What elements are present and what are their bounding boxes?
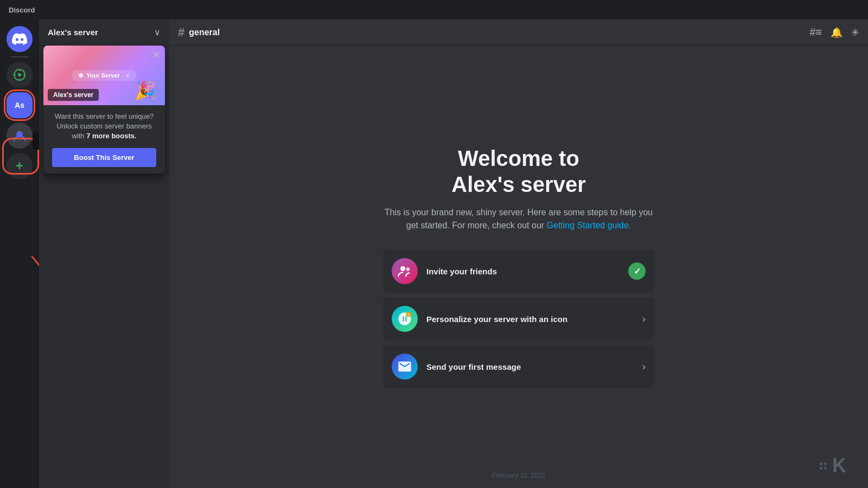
action-cards: Invite your friends ✓ ! Personalize your… xyxy=(383,249,654,388)
title-bar: Discord xyxy=(0,0,868,20)
add-server-button[interactable]: + xyxy=(7,153,33,179)
banner-server-text: Your Server xyxy=(86,72,120,79)
timestamp: February 10, 2022 xyxy=(492,472,545,479)
banner-emoji: 🎉 xyxy=(135,80,156,101)
svg-point-9 xyxy=(406,267,410,271)
svg-text:!: ! xyxy=(408,313,409,317)
svg-point-2 xyxy=(18,73,21,76)
server-name: Alex's server xyxy=(48,28,98,37)
threads-icon[interactable]: #≡ xyxy=(809,26,822,38)
watermark: K xyxy=(820,454,846,477)
send-message-icon xyxy=(392,354,418,380)
channel-header-name: general xyxy=(189,28,220,37)
banner-server-label: Alex's server xyxy=(48,89,99,101)
channel-header-right: #≡ 🔔 ✳ xyxy=(809,26,859,38)
boost-server-button[interactable]: Boost This Server xyxy=(52,148,156,167)
channel-header-left: # general xyxy=(178,25,220,40)
popup-banner-label: Your Server ✕ xyxy=(72,70,136,81)
svg-point-8 xyxy=(400,266,405,271)
watermark-letter: K xyxy=(832,454,846,477)
server-tooltip: Alex's server xyxy=(33,132,39,150)
personalize-icon: ! xyxy=(392,306,418,332)
invite-friends-icon xyxy=(392,258,418,284)
invite-completed-icon: ✓ xyxy=(628,262,646,280)
notification-bell-icon[interactable]: 🔔 xyxy=(831,27,843,38)
guild-sidebar: As Alex's server + xyxy=(0,20,39,488)
banner-x: ✕ xyxy=(125,73,130,79)
dark-server-icon[interactable] xyxy=(7,123,33,149)
explore-icon[interactable] xyxy=(7,62,33,88)
chevron-down-icon: ∨ xyxy=(154,27,161,37)
channel-header-hash-icon: # xyxy=(178,25,184,40)
send-message-card[interactable]: Send your first message › xyxy=(383,345,654,388)
members-icon[interactable]: ✳ xyxy=(851,27,859,38)
popup-banner: Your Server ✕ 🎉 Alex's server xyxy=(43,46,165,105)
send-message-chevron-icon: › xyxy=(642,361,646,373)
svg-line-0 xyxy=(32,256,40,337)
send-message-text: Send your first message xyxy=(426,362,634,371)
getting-started-link[interactable]: Getting Started guide. xyxy=(547,221,631,230)
personalize-card[interactable]: ! Personalize your server with an icon › xyxy=(383,297,654,341)
personalize-text: Personalize your server with an icon xyxy=(426,314,634,324)
popup-boost-count: 7 more boosts. xyxy=(86,132,136,140)
boost-popup: ✕ Your Server ✕ 🎉 Alex's server Want thi… xyxy=(43,46,165,174)
personalize-chevron-icon: › xyxy=(642,313,646,325)
app-title: Discord xyxy=(9,6,35,14)
popup-body: Want this server to feel unique? Unlock … xyxy=(43,105,165,174)
popup-close-button[interactable]: ✕ xyxy=(152,50,161,60)
app-container: As Alex's server + Alex's server ∨ ✕ Yo xyxy=(0,20,868,488)
guild-separator xyxy=(11,56,28,57)
main-content: # general #≡ 🔔 ✳ Welcome toAlex's server… xyxy=(169,20,868,488)
welcome-title: Welcome toAlex's server xyxy=(451,145,585,197)
server-header[interactable]: Alex's server ∨ xyxy=(39,20,169,46)
channel-sidebar: Alex's server ∨ ✕ Your Server ✕ 🎉 Alex's… xyxy=(39,20,169,488)
channel-header: # general #≡ 🔔 ✳ xyxy=(169,20,868,46)
banner-dot xyxy=(79,73,83,78)
popup-description: Want this server to feel unique? Unlock … xyxy=(52,112,156,142)
watermark-dots xyxy=(820,463,827,470)
invite-friends-text: Invite your friends xyxy=(426,267,620,276)
server-as-icon[interactable]: As xyxy=(7,92,33,118)
invite-friends-card[interactable]: Invite your friends ✓ xyxy=(383,249,654,293)
discord-home-icon[interactable] xyxy=(7,26,33,52)
annotation-arrow xyxy=(0,20,39,488)
welcome-content: Welcome toAlex's server This is your bra… xyxy=(169,46,868,488)
welcome-subtitle: This is your brand new, shiny server. He… xyxy=(383,206,654,232)
